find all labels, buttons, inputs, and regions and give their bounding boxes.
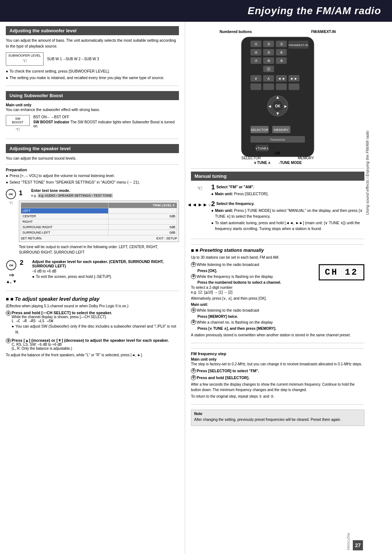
step2-text: Press [▲] (increase) or [▼] (decrease) t… <box>12 338 169 350</box>
exit-setup-label: EXIT : SETUP <box>156 237 177 240</box>
step1-content: 1 Enter test tone mode. e.g. e.g. AUDIO … <box>19 188 179 257</box>
test-tone-table: TRIM LEVEL▼ LEFT CENTER0dB RIGHT <box>21 202 177 235</box>
subwoofer-boost-header: Using Subwoofer Boost <box>6 91 179 100</box>
mt-step2-content: 2 Select the frequency. ● Main unit: Pre… <box>211 200 364 233</box>
mt-step1-bullet1: ● Main unit: Press [SELECTOR]. <box>211 191 269 197</box>
svg-text:①: ① <box>254 42 258 46</box>
presetting-header: ■ Presetting stations manually <box>195 247 264 253</box>
fm-body2: After a few seconds the display changes … <box>191 382 364 393</box>
note-box: Note After changing the setting, previou… <box>191 410 364 426</box>
memory-label: MEMORY <box>298 156 314 160</box>
fm-am-ext-in-label: FM/AM/EXT-IN <box>311 30 336 34</box>
svg-rect-33 <box>276 83 287 90</box>
step2-body: C, RS, LS, SW: −6 dB to +6 dB (L, R: Onl… <box>12 342 169 350</box>
step1-text: Press and hold [—CH SELECT] to select th… <box>12 311 179 336</box>
page-number: 27 <box>353 540 363 550</box>
fm-body: The step is factory-set to 0.2-MHz, but … <box>191 361 364 367</box>
prep-bullet-2: ● Select "TEST TONE" from "SPEAKER SETTI… <box>6 180 179 185</box>
subwoofer-level-header: Adjusting the subwoofer level <box>6 26 179 35</box>
svg-text:Panasonic: Panasonic <box>270 138 286 141</box>
subwoofer-diagram: SUBWOOFER LEVEL ☜ SUB W 1→SUB W 2→SUB W … <box>6 52 179 66</box>
mu-circle2: ② While a channel no. is flashing on the… <box>191 320 364 325</box>
mt-step1-header: Select "FM" or "AM". <box>216 185 254 189</box>
subwoofer-boost-section: Using Subwoofer Boost Main unit only You… <box>6 91 179 139</box>
to-adjust-header-row: ■ ■ To adjust speaker level during play <box>6 296 179 302</box>
mt-step2: ◄◄►► ☜ 2 Select the frequency. ● Main un… <box>191 200 364 233</box>
sw-bullet-2: ● The setting you make is retained, and … <box>6 75 179 81</box>
step2-bullet: ● To exit the screen, press and hold [–S… <box>32 274 179 280</box>
svg-text:∧: ∧ <box>267 76 270 81</box>
presetting-display-col: CH 12 <box>319 262 364 283</box>
step1-circle: ① <box>6 311 11 316</box>
mt-step2-bullet1: ● Main unit: Press [-TUNE MODE] to selec… <box>211 208 364 219</box>
tune-label: ∨ TUNE ∧ <box>254 161 271 165</box>
svg-text:④: ④ <box>254 50 258 54</box>
test-tone-diagram: TRIM LEVEL▼ LEFT CENTER0dB RIGHT <box>19 201 179 242</box>
to-adjust-step1: ① Press and hold [—CH SELECT] to select … <box>6 311 179 336</box>
presetting-square-icon: ■ <box>191 247 194 253</box>
two-digit-label: To select a 2-digit number <box>191 286 316 290</box>
speaker-level-header: Adjusting the speaker level <box>6 144 179 153</box>
numbered-buttons-label: Numbered buttons <box>220 30 252 34</box>
svg-rect-34 <box>289 83 299 90</box>
svg-text:◄: ◄ <box>268 104 272 109</box>
bst-label: BST ON←→BST OFF <box>33 115 179 119</box>
ok-label: OK <box>275 151 281 155</box>
mt-step2-num: 2 <box>211 200 215 208</box>
alt-text: Alternatively, press [∨, ∧], and then pr… <box>191 296 364 301</box>
step2-range: −6 dB to +6 dB <box>32 269 179 273</box>
fm-main-unit-only: Main unit only <box>191 357 364 361</box>
right-column: Using sound effects / Enjoying the FM/AM… <box>185 22 370 554</box>
to-adjust-header: ■ To adjust speaker level during play <box>10 296 99 302</box>
svg-text:SELECTOR: SELECTOR <box>251 128 269 132</box>
svg-text:◄◄: ◄◄ <box>278 77 285 81</box>
fm-frequency-section: FM frequency step Main unit only The ste… <box>191 352 364 405</box>
svg-text:OK: OK <box>275 104 281 108</box>
fm-circle1: ① Press [SELECTOR] to select "FM". <box>191 368 364 374</box>
svg-text:⓪: ⓪ <box>267 67 270 71</box>
mt-step1-content: 1 Select "FM" or "AM". ● Main unit: Pres… <box>211 184 269 198</box>
svg-text:⑦: ⑦ <box>254 59 258 63</box>
fm-channel-display: CH 12 <box>319 264 364 280</box>
mt-step1-num: 1 <box>211 184 215 191</box>
side-vertical-text: Using sound effects / Enjoying the FM/AM… <box>365 131 369 215</box>
arrow-buttons: ◄◄►► <box>187 202 208 208</box>
preset-circle2-action: Press the numbered buttons to select a c… <box>197 280 316 284</box>
svg-text:⑤: ⑤ <box>267 50 270 54</box>
ok-button-icon-2: OK <box>6 260 16 270</box>
selector-label: SELECTOR <box>241 156 261 160</box>
boost-body: You can enhance the subwoofer effect wit… <box>6 107 179 113</box>
presetting-header-row: ■ ■ Presetting stations manually <box>191 247 364 253</box>
to-adjust-square-icon: ■ <box>6 296 9 302</box>
speaker-step-2: OK ⇒ ▲, ▼ 2 Adjust the speaker level for… <box>6 259 179 284</box>
mt-step2-icon: ◄◄►► ☜ <box>191 201 208 208</box>
svg-text:⑥: ⑥ <box>280 50 283 54</box>
remote-svg: ① ② ③ ④ ⑤ ⑥ ⑦ ⑧ ⑨ <box>220 35 336 159</box>
main-unit-label: Main unit: <box>191 303 364 307</box>
table-row: SURROUND RIGHT0dB <box>21 225 177 230</box>
presetting-main: ① While listening to the radio broadcast… <box>191 262 364 296</box>
set-return-row: SET RETURN EXIT : SETUP <box>21 237 177 240</box>
table-row: SURROUND LEFT0dB <box>21 230 177 235</box>
step1-header: Enter test tone mode. <box>31 188 113 193</box>
set-return-label: SET RETURN <box>21 237 41 240</box>
svg-rect-32 <box>263 83 274 90</box>
speaker-step-1: OK ☜ 1 Enter test tone mode. e.g. e.g. A… <box>6 188 179 257</box>
svg-text:∨TUNE∧: ∨TUNE∧ <box>255 147 269 150</box>
svg-text:►: ► <box>283 104 288 109</box>
mt-step2-header: Select the frequency. <box>216 201 254 206</box>
fm-circle2: ② Press and hold [SELECTOR]. <box>191 375 364 381</box>
step1-sw-bullet: ● You can adjust SW (Subwoofer) only if … <box>12 324 179 335</box>
step1-body: While the channel display is shown, pres… <box>12 315 179 319</box>
page-title: Enjoying the FM/AM radio <box>248 5 381 16</box>
step1-chain: L →C →R →RS →LS →SW <box>12 319 179 323</box>
title-bar: Enjoying the FM/AM radio <box>0 0 392 22</box>
preparation-label: Preparation <box>6 168 179 172</box>
note-label: Note <box>194 412 202 416</box>
manual-tuning-section: Manual tuning ☜ 1 Select "FM" or "AM". ● <box>191 172 364 239</box>
table-row: CENTER0dB <box>21 214 177 219</box>
sw-bullet-1: ● To check the current setting, press [S… <box>6 69 179 74</box>
riqt-code: RIQTX0394 <box>347 533 350 550</box>
svg-rect-31 <box>250 83 261 90</box>
step2-header: Adjust the speaker level for each speake… <box>32 259 179 268</box>
